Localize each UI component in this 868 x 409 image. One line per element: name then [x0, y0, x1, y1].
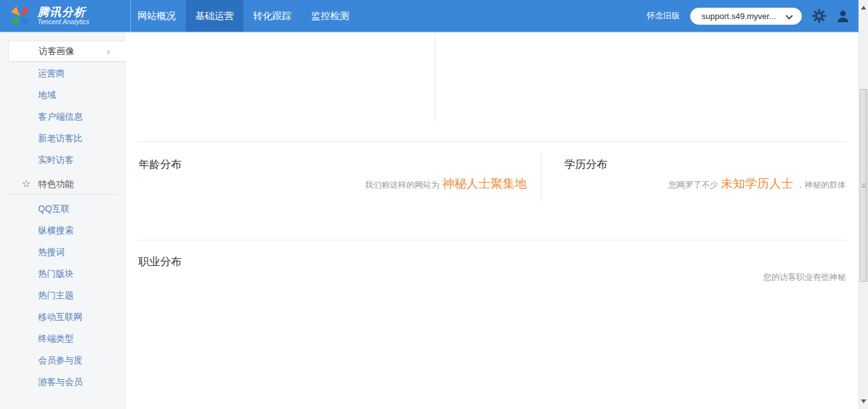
top-navbar: 腾讯分析 Tencent Analytics 网站概况 基础运营 转化跟踪 监控… — [0, 0, 858, 33]
sidebar-item-new-vs-returning[interactable]: 新老访客比 — [0, 127, 125, 149]
settings-button[interactable] — [812, 9, 826, 23]
sidebar-list-top: 运营商 地域 客户端信息 新老访客比 实时访客 — [0, 62, 125, 170]
sidebar-list-features: QQ互联 纵横搜索 热搜词 热门版块 热门主题 移动互联网 终端类型 会员参与度… — [0, 198, 125, 392]
vertical-scrollbar[interactable] — [858, 0, 868, 409]
scrollbar-down-arrow[interactable] — [861, 399, 866, 403]
age-caption-prefix: 我们称这样的网站为 — [365, 180, 440, 190]
sidebar-item-client-info[interactable]: 客户端信息 — [0, 106, 125, 127]
gear-icon — [812, 9, 826, 23]
tab-basic-operations[interactable]: 基础运营 — [186, 0, 243, 32]
sidebar-divider — [8, 194, 118, 195]
sidebar-item-mobile-internet[interactable]: 移动互联网 — [0, 306, 125, 328]
sidebar-item-label: 访客画像 — [39, 46, 74, 57]
sidebar-item-operators[interactable]: 运营商 — [0, 62, 125, 84]
age-distribution-title: 年龄分布 — [139, 157, 182, 172]
education-caption-suffix: ，神秘的群体 — [796, 180, 846, 190]
occupation-caption-text: 您的访客职业有些神秘 — [763, 272, 846, 282]
chevron-right-icon: › — [107, 46, 110, 57]
sidebar-item-qq-connect[interactable]: QQ互联 — [0, 198, 125, 219]
old-version-link[interactable]: 怀念旧版 — [647, 10, 680, 22]
sidebar-section-label: 特色功能 — [38, 179, 74, 189]
section-divider-1 — [139, 141, 846, 142]
education-caption-highlight: 未知学历人士 — [721, 177, 794, 190]
brand-subtitle: Tencent Analytics — [37, 18, 90, 25]
brand-title: 腾讯分析 — [37, 6, 90, 18]
site-selector-value: support.s49.myver... — [702, 11, 776, 21]
section-divider-2 — [139, 240, 846, 240]
sidebar: 访客画像 › 运营商 地域 客户端信息 新老访客比 实时访客 ☆ 特色功能 QQ… — [0, 33, 125, 409]
tab-site-overview[interactable]: 网站概况 — [128, 0, 186, 32]
scrollbar-up-arrow[interactable] — [861, 6, 866, 10]
sidebar-item-hot-keywords[interactable]: 热搜词 — [0, 241, 125, 263]
account-button[interactable] — [836, 10, 850, 23]
sidebar-item-region[interactable]: 地域 — [0, 84, 125, 106]
age-caption-highlight: 神秘人士聚集地 — [442, 177, 527, 190]
scrollbar-grip — [862, 184, 865, 188]
app-logo[interactable]: 腾讯分析 Tencent Analytics — [9, 0, 90, 32]
top-column-divider — [435, 34, 435, 121]
site-selector-dropdown[interactable]: support.s49.myver... — [690, 8, 802, 25]
sidebar-item-member-engagement[interactable]: 会员参与度 — [0, 349, 125, 371]
sidebar-item-hot-topics[interactable]: 热门主题 — [0, 284, 125, 306]
primary-nav: 网站概况 基础运营 转化跟踪 监控检测 — [128, 0, 359, 32]
app-window: 腾讯分析 Tencent Analytics 网站概况 基础运营 转化跟踪 监控… — [0, 0, 868, 409]
sidebar-item-soso-search[interactable]: 纵横搜索 — [0, 219, 125, 241]
tab-monitoring[interactable]: 监控检测 — [301, 0, 359, 32]
scrollbar-thumb[interactable] — [860, 89, 867, 282]
sidebar-item-hot-sections[interactable]: 热门版块 — [0, 263, 125, 284]
education-caption-prefix: 您网罗了不少 — [668, 180, 718, 190]
chevron-down-icon — [785, 12, 792, 19]
occupation-distribution-caption: 您的访客职业有些神秘 — [570, 271, 846, 283]
star-icon: ☆ — [22, 174, 31, 193]
main-content: 年龄分布 我们称这样的网站为 神秘人士聚集地 学历分布 您网罗了不少 未知学历人… — [125, 33, 858, 409]
age-education-divider — [541, 153, 541, 203]
pinwheel-logo-icon — [9, 4, 32, 27]
occupation-distribution-title: 职业分布 — [139, 254, 182, 269]
education-distribution-title: 学历分布 — [564, 157, 607, 172]
education-distribution-caption: 您网罗了不少 未知学历人士 ，神秘的群体 — [570, 176, 846, 192]
tab-conversion-tracking[interactable]: 转化跟踪 — [243, 0, 301, 32]
user-icon — [836, 10, 850, 23]
sidebar-item-realtime-visitors[interactable]: 实时访客 — [0, 149, 125, 170]
sidebar-section-featured: ☆ 特色功能 — [0, 174, 125, 193]
sidebar-item-terminal-type[interactable]: 终端类型 — [0, 328, 125, 349]
sidebar-item-guests-vs-members[interactable]: 游客与会员 — [0, 371, 125, 392]
sidebar-item-visitor-profile[interactable]: 访客画像 › — [8, 41, 125, 62]
age-distribution-caption: 我们称这样的网站为 神秘人士聚集地 — [139, 176, 527, 192]
